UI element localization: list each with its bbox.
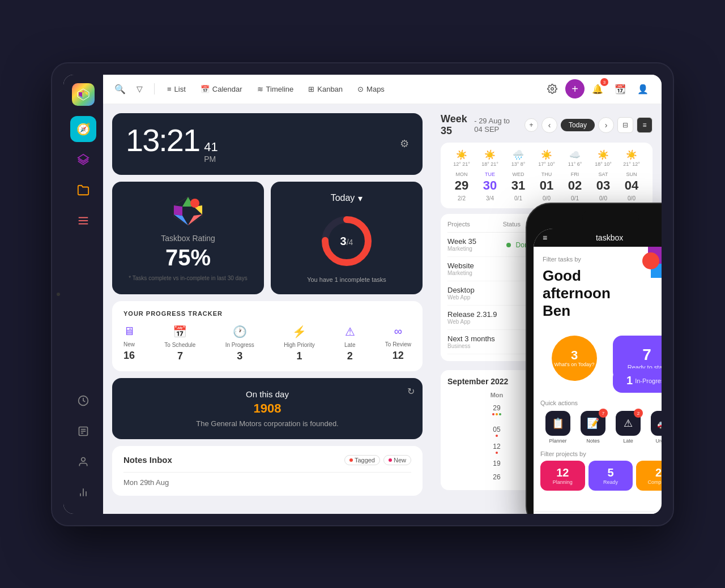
search-button[interactable]: 🔍 (112, 81, 128, 97)
add-button[interactable]: + (565, 79, 585, 98)
fp-card-ready[interactable]: 5 Ready (588, 461, 633, 491)
schedule-icon: 📅 (173, 325, 187, 338)
day-label-thu: THU (541, 171, 552, 177)
qa-planner: 📋 Planner (545, 411, 570, 444)
maps-icon: ⊙ (357, 85, 364, 93)
project-name-2: Desktop Web App (447, 286, 475, 301)
calendar-nav-button[interactable]: 📆 (611, 79, 630, 98)
nav-tab-timeline[interactable]: ≋ Timeline (251, 82, 300, 96)
qa-urgent: 🚚 1 Urgent (651, 411, 662, 444)
week-header: Week 35 - 29 Aug to 04 SEP + ‹ Today › ⊟… (441, 113, 652, 137)
notes-inbox: Notes Inbox Tagged New (112, 446, 423, 496)
day-col-fri[interactable]: FRI 02 0/1 (561, 171, 589, 201)
qa-urgent-label: Urgent (655, 438, 662, 444)
phone-card-today[interactable]: 3 What's on Today? (552, 336, 597, 381)
weather-thu: ☀️ 17° 10° (532, 149, 561, 167)
quick-actions-label: Quick actions (534, 397, 662, 409)
gear-icon (547, 84, 557, 94)
settings-button[interactable] (543, 79, 562, 98)
day-col-wed[interactable]: WED 31 0/1 (504, 171, 532, 201)
sidebar-item-timer[interactable] (70, 388, 96, 414)
day-col-tue[interactable]: TUE 30 3/4 (476, 171, 504, 201)
sidebar-item-layers[interactable] (70, 147, 96, 173)
notifications-button[interactable]: 🔔 3 (588, 79, 607, 98)
clock-settings-button[interactable]: ⚙ (400, 138, 409, 150)
widgets-row: Taskbox Rating 75% * Tasks complete vs i… (112, 182, 423, 294)
progress-item-inprogress: 🕐 In Progress 3 (225, 325, 254, 362)
donut-chart: 3/4 (318, 213, 375, 269)
project-name-4: Next 3 months Business (447, 334, 495, 349)
profile-button[interactable]: 👤 (633, 79, 652, 98)
fp-card-complete[interactable]: 2 Complete (636, 461, 662, 491)
day-col-sat[interactable]: SAT 03 0/0 (589, 171, 617, 201)
donut-den: /4 (347, 237, 353, 246)
nav-tab-kanban[interactable]: ⊞ Kanban (302, 82, 348, 96)
today-header: Today ▾ (331, 193, 363, 204)
day-col-thu[interactable]: THU 01 0/0 (532, 171, 561, 201)
highpriority-count: 1 (296, 350, 302, 362)
new-label: New (123, 341, 135, 347)
day-count-fri: 0/1 (571, 195, 579, 201)
next-week-button[interactable]: › (598, 117, 614, 133)
week-view-button[interactable]: ⊟ (617, 117, 633, 133)
phone-notch (582, 211, 639, 224)
clock-ampm-block: 41 PM (204, 140, 218, 164)
day-label-tue: TUE (485, 171, 495, 177)
weather-wed-temps: 13° 8° (511, 161, 526, 167)
late-label: Late (344, 342, 355, 348)
qa-notes-label: Notes (586, 438, 600, 444)
day-col-mon[interactable]: MON 29 2/2 (447, 171, 476, 201)
tag-tagged: Tagged (344, 455, 380, 465)
notes-icon (78, 426, 89, 437)
progress-title: YOUR PROGRESS TRACKER (123, 310, 411, 317)
qa-planner-icon[interactable]: 📋 (545, 411, 570, 436)
timer-icon (78, 395, 89, 406)
clock-ampm: PM (204, 154, 218, 164)
refresh-button[interactable]: ↻ (407, 386, 415, 397)
today-button[interactable]: Today (561, 119, 595, 131)
day-label-sun: SUN (626, 171, 637, 177)
day-num-sun: 04 (625, 178, 638, 193)
dot-red (492, 413, 494, 415)
nav-tab-maps[interactable]: ⊙ Maps (352, 82, 390, 96)
app-logo[interactable] (72, 83, 95, 106)
day-label-fri: FRI (571, 171, 579, 177)
progress-items: 🖥 New 16 📅 To Schedule 7 🕐 (123, 325, 411, 362)
phone-greeting-section: Filter tasks by GoodafternoonBen (534, 247, 662, 332)
svg-marker-23 (188, 214, 202, 225)
svg-marker-25 (174, 205, 182, 216)
fp-card-planning[interactable]: 12 Planning (540, 461, 585, 491)
day-col-sun[interactable]: SUN 04 0/0 (617, 171, 646, 201)
tablet-camera (57, 293, 60, 296)
weather-tue-temps: 18° 21° (481, 161, 498, 167)
highpriority-icon: ⚡ (292, 325, 306, 338)
sidebar-item-chart[interactable] (70, 479, 96, 505)
phone-menu-icon[interactable]: ≡ (543, 233, 547, 242)
new-dot (389, 458, 392, 462)
sidebar-item-dashboard[interactable]: 🧭 (70, 116, 96, 142)
sidebar-item-notes[interactable] (70, 418, 96, 444)
days-row: MON 29 2/2 TUE 30 3/4 WED 31 (447, 171, 646, 201)
taskbox-logo (171, 194, 205, 228)
qa-urgent-icon[interactable]: 🚚 (651, 411, 662, 436)
today-note: You have 1 incomplete tasks (307, 276, 386, 283)
day-num-thu: 01 (540, 178, 553, 193)
qa-notes-badge: 7 (599, 409, 608, 418)
filter-button[interactable]: ▽ (131, 81, 147, 97)
nav-tab-calendar[interactable]: 📅 Calendar (195, 82, 248, 96)
phone-screen: ≡ taskbox ⊟ (534, 229, 662, 514)
project-name-3: Release 2.31.9 Web App (447, 310, 497, 325)
add-week-button[interactable]: + (524, 118, 538, 132)
weather-mon: ☀️ 12° 21° (447, 149, 476, 167)
sidebar-item-user[interactable] (70, 449, 96, 475)
sidebar-item-folder[interactable] (70, 177, 96, 203)
nav-tab-list[interactable]: ≡ List (161, 82, 191, 96)
sidebar-item-tasks[interactable] (70, 208, 96, 234)
inprogress-count: 3 (237, 350, 242, 362)
phone-card-inprogress[interactable]: 1 In-Progress (613, 368, 662, 393)
list-view-button[interactable]: ≡ (637, 117, 652, 133)
progress-item-highpriority: ⚡ High Priority 1 (284, 325, 314, 362)
today-dropdown-icon[interactable]: ▾ (358, 193, 362, 204)
prev-week-button[interactable]: ‹ (541, 117, 557, 133)
phone-status-bar: ≡ taskbox ⊟ (534, 229, 662, 247)
